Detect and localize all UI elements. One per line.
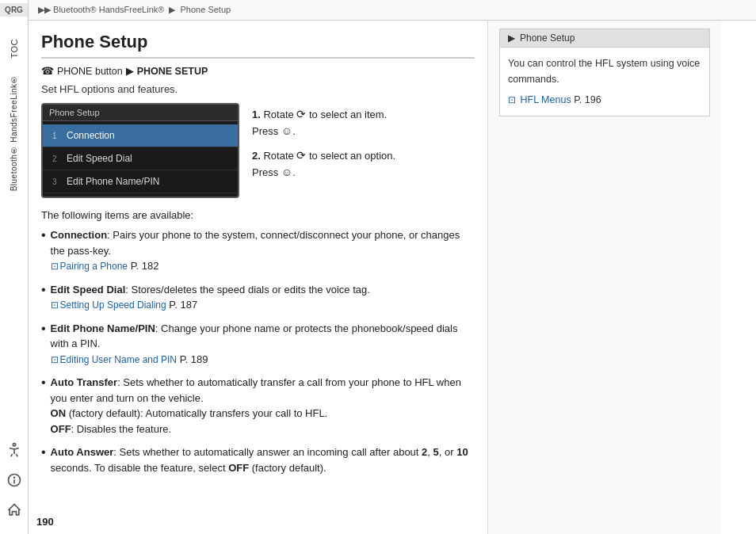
press-icon-2: ☺ <box>281 164 292 181</box>
left-column: Phone Setup ☎ PHONE button ▶ PHONE SETUP… <box>29 21 488 534</box>
info-icon[interactable] <box>3 469 25 491</box>
right-box-body: You can control the HFL system using voi… <box>500 48 709 116</box>
sidebar-toc-label: TOC <box>10 39 19 59</box>
step-1: 1. Rotate ⟳ to select an item. Press ☺. <box>252 106 395 139</box>
rotate-icon-1: ⟳ <box>296 106 306 123</box>
bullet-auto-answer: • <box>41 444 46 460</box>
right-column: ▶ Phone Setup You can control the HFL sy… <box>488 21 721 534</box>
following-text: The following items are available: <box>41 209 475 221</box>
press-icon-1: ☺ <box>281 123 292 139</box>
rotate-icon-2: ⟳ <box>296 147 306 164</box>
right-link-page: P. 196 <box>574 94 601 105</box>
right-box: ▶ Phone Setup You can control the HFL sy… <box>499 29 710 116</box>
phone-button-line: ☎ PHONE button ▶ PHONE SETUP <box>41 65 475 77</box>
phone-setup-bold: PHONE SETUP <box>137 66 208 77</box>
right-link-prefix: ⊡ <box>508 94 516 105</box>
intro-text: Set HFL options and features. <box>41 83 475 95</box>
list-item-auto-answer: • Auto Answer: Sets whether to automatic… <box>41 444 475 475</box>
sidebar: QRG TOC Bluetooth® HandsFreeLink® <box>0 0 29 534</box>
main-content: ▶▶ Bluetooth® HandsFreeLink® ▶ Phone Set… <box>29 0 756 534</box>
accessibility-icon[interactable] <box>3 439 25 461</box>
breadcrumb-item1: Bluetooth® HandsFreeLink® <box>53 5 164 14</box>
bullet-list: • Connection: Pairs your phone to the sy… <box>41 227 475 475</box>
breadcrumb: ▶▶ Bluetooth® HandsFreeLink® ▶ Phone Set… <box>29 0 756 21</box>
content-phone-name: Edit Phone Name/PIN: Change your phone n… <box>51 321 475 368</box>
breadcrumb-sep1: ▶ <box>169 5 175 14</box>
list-item-connection: • Connection: Pairs your phone to the sy… <box>41 227 475 274</box>
list-item-auto-transfer: • Auto Transfer: Sets whether to automat… <box>41 375 475 437</box>
content-area: Phone Setup ☎ PHONE button ▶ PHONE SETUP… <box>29 21 756 534</box>
screenshot-item-connection: 1 Connection <box>43 124 238 147</box>
breadcrumb-item2: Phone Setup <box>181 5 231 14</box>
step-2: 2. Rotate ⟳ to select an option. Press ☺… <box>252 147 395 181</box>
phone-icon: ☎ <box>41 65 54 77</box>
link-speed-dialing[interactable]: Setting Up Speed Dialing <box>60 299 166 311</box>
content-auto-answer: Auto Answer: Sets whether to automatical… <box>51 444 475 475</box>
sidebar-bluetooth-label: Bluetooth® HandsFreeLink® <box>10 74 18 191</box>
right-box-header: ▶ Phone Setup <box>500 29 709 48</box>
page-title: Phone Setup <box>41 32 475 59</box>
bullet-phone-name: • <box>41 321 46 336</box>
page-number: 190 <box>36 516 54 528</box>
content-connection: Connection: Pairs your phone to the syst… <box>51 227 475 274</box>
breadcrumb-arrow1: ▶▶ <box>38 5 51 14</box>
link-hfl-menus[interactable]: HFL Menus <box>520 94 571 105</box>
svg-point-0 <box>13 444 15 446</box>
screenshot-title-bar: Phone Setup <box>43 105 238 121</box>
arrow-sep: ▶ <box>126 65 134 77</box>
steps-area: 1. Rotate ⟳ to select an item. Press ☺. … <box>252 103 395 198</box>
right-box-text: You can control the HFL system using voi… <box>508 55 701 87</box>
home-icon[interactable] <box>3 499 25 521</box>
bullet-auto-transfer: • <box>41 375 46 390</box>
right-box-title: Phone Setup <box>520 32 575 44</box>
screenshot-item-phone-name: 3 Edit Phone Name/PIN <box>43 170 238 193</box>
screenshot-items: 1 Connection 2 Edit Speed Dial 3 Edit Ph… <box>43 121 238 196</box>
content-auto-transfer: Auto Transfer: Sets whether to automatic… <box>51 375 475 437</box>
phone-button-label: PHONE button <box>57 66 123 77</box>
phone-screenshot: Phone Setup 1 Connection 2 Edit Speed Di… <box>41 103 239 198</box>
qrg-label: QRG <box>0 3 28 17</box>
list-item-phone-name: • Edit Phone Name/PIN: Change your phone… <box>41 321 475 368</box>
bullet-connection: • <box>41 227 46 242</box>
link-editing-user-name[interactable]: Editing User Name and PIN <box>60 354 177 365</box>
screenshot-item-speed-dial: 2 Edit Speed Dial <box>43 147 238 170</box>
content-speed-dial: Edit Speed Dial: Stores/deletes the spee… <box>51 282 475 313</box>
list-item-speed-dial: • Edit Speed Dial: Stores/deletes the sp… <box>41 282 475 313</box>
right-box-icon: ▶ <box>508 32 515 44</box>
bullet-speed-dial: • <box>41 282 46 297</box>
link-pairing[interactable]: Pairing a Phone <box>60 261 128 272</box>
screenshot-area: Phone Setup 1 Connection 2 Edit Speed Di… <box>41 103 475 198</box>
